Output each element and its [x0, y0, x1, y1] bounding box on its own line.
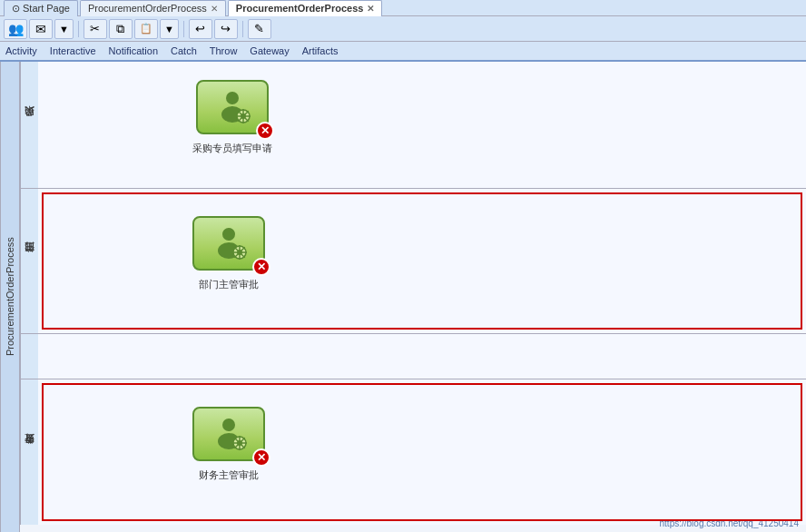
lane-caiwu: 财务主管: [20, 379, 806, 525]
task-bumen-node[interactable]: ✕ 部门主管审批: [192, 216, 265, 291]
lane-caiwu-label: 财务主管: [20, 379, 38, 525]
svg-point-8: [222, 228, 235, 241]
palette-notification[interactable]: Notification: [109, 45, 158, 56]
task-bumen-box: ✕: [192, 216, 265, 271]
lane-caigou-label: 采购员: [20, 62, 38, 188]
lane-caigou-content[interactable]: ✕ 采购专员填写申请: [38, 62, 806, 188]
lane-bumen-label: 部门主管: [20, 189, 38, 333]
undo-icon: ↩: [195, 22, 205, 35]
tab-bar: ⊙ Start Page ProcurementOrderProcess ✕ P…: [0, 0, 806, 16]
toolbar-sep-3: [242, 21, 243, 37]
palette-activity[interactable]: Activity: [5, 45, 37, 56]
toolbar-redo-btn[interactable]: ↪: [214, 19, 238, 39]
svg-point-0: [226, 92, 239, 104]
toolbar-people-btn[interactable]: [4, 19, 27, 39]
tab-close-2[interactable]: ✕: [367, 4, 374, 14]
palette-catch[interactable]: Catch: [171, 45, 197, 56]
toolbar-edit-btn[interactable]: ✎: [248, 19, 271, 39]
toolbar-cut-btn[interactable]: ✂: [84, 19, 107, 39]
toolbar-sep-1: [78, 21, 79, 37]
bumen-task-icon: [209, 223, 249, 263]
toolbar: ▼ ✂ ⧉ 📋 ▼ ↩ ↪ ✎: [0, 16, 806, 42]
toolbar-mail-btn[interactable]: [29, 19, 53, 39]
task-caigou-node[interactable]: ✕ 采购专员填写申请: [192, 80, 272, 155]
copy-icon: ⧉: [116, 22, 124, 36]
bumen-task-error: ✕: [252, 258, 270, 276]
tab-start-text: Start Page: [23, 3, 70, 14]
bumen-selection-box: [42, 192, 802, 330]
palette-artifacts[interactable]: Artifacts: [302, 45, 339, 56]
toolbar-paste-btn[interactable]: 📋: [134, 19, 158, 39]
process-label: ProcurementOrderProcess: [0, 62, 19, 532]
tab-procurement-1-text: ProcurementOrderProcess: [88, 3, 207, 14]
tab-procurement-1[interactable]: ProcurementOrderProcess ✕: [80, 0, 226, 16]
lane-bumen: 部门主管: [20, 189, 806, 334]
caigou-task-label: 采购专员填写申请: [192, 142, 272, 155]
toolbar-undo-btn[interactable]: ↩: [189, 19, 212, 39]
bumen-task-label: 部门主管审批: [199, 278, 259, 291]
tab-procurement-2-text: ProcurementOrderProcess: [236, 3, 364, 14]
caiwu-task-label: 财务主管审批: [199, 468, 259, 482]
toolbar-sep-2: [183, 21, 184, 37]
caigou-task-icon: [212, 87, 252, 127]
palette-bar: Activity Interactive Notification Catch …: [0, 42, 806, 62]
redo-icon: ↪: [221, 22, 231, 35]
svg-point-16: [222, 419, 235, 431]
palette-throw[interactable]: Throw: [210, 45, 238, 56]
watermark: https://blog.csdn.net/qq_41250414: [660, 518, 799, 528]
task-caiwu-box: ✕: [192, 407, 265, 461]
canvas-area: ProcurementOrderProcess 采购员: [0, 62, 806, 532]
task-caiwu-node[interactable]: ✕ 财务主管审批: [192, 407, 265, 482]
people-icon: [8, 22, 24, 36]
caiwu-task-error: ✕: [252, 448, 270, 467]
caiwu-selection-box: [42, 383, 802, 521]
tab-procurement-2[interactable]: ProcurementOrderProcess ✕: [228, 0, 383, 16]
mail-icon: [35, 22, 46, 36]
lanes-container: 采购员: [19, 62, 806, 532]
edit-icon: ✎: [254, 22, 264, 35]
palette-interactive[interactable]: Interactive: [50, 45, 96, 56]
lane-empty-label: [20, 334, 38, 379]
tab-close-1[interactable]: ✕: [211, 4, 218, 14]
task-caigou-box: ✕: [196, 80, 269, 134]
toolbar-dropdown-1[interactable]: ▼: [54, 19, 74, 39]
lane-empty: [20, 334, 806, 379]
dropdown-arrow-1: ▼: [59, 24, 69, 34]
palette-gateway[interactable]: Gateway: [250, 45, 289, 56]
tab-start-page[interactable]: ⊙ Start Page: [4, 0, 78, 16]
lane-bumen-content[interactable]: ✕ 部门主管审批: [38, 189, 806, 333]
lane-caigou: 采购员: [20, 62, 806, 189]
toolbar-dropdown-2[interactable]: ▼: [160, 19, 179, 39]
cut-icon: ✂: [90, 22, 100, 35]
tab-start-label: ⊙: [12, 3, 20, 15]
toolbar-copy-btn[interactable]: ⧉: [109, 19, 133, 39]
paste-icon: 📋: [140, 23, 152, 34]
lane-caiwu-content[interactable]: ✕ 财务主管审批: [38, 379, 806, 525]
dropdown-arrow-2: ▼: [164, 24, 174, 34]
caigou-task-error: ✕: [256, 122, 274, 140]
caiwu-task-icon: [209, 414, 249, 454]
